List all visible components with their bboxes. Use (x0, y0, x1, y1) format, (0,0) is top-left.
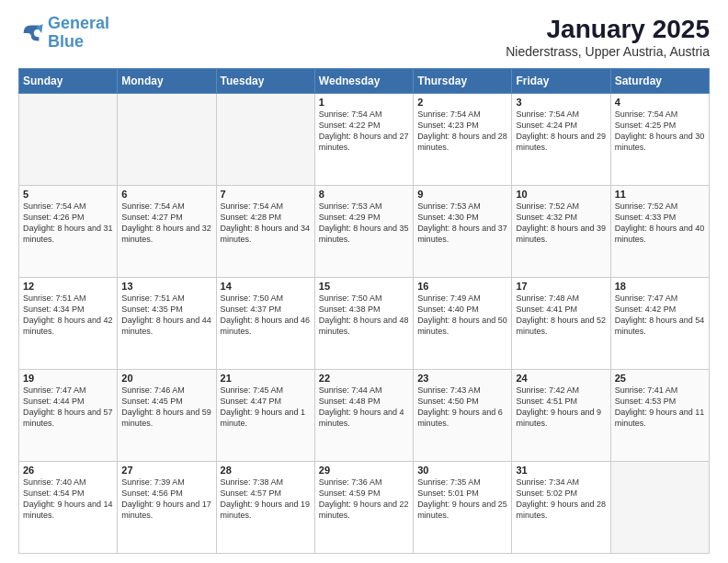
day-number: 4 (615, 97, 705, 108)
main-title: January 2025 (506, 15, 710, 44)
day-cell: 2Sunrise: 7:54 AM Sunset: 4:23 PM Daylig… (414, 94, 512, 186)
subtitle: Niederstrass, Upper Austria, Austria (506, 44, 710, 59)
day-cell: 17Sunrise: 7:48 AM Sunset: 4:41 PM Dayli… (512, 278, 610, 370)
header-wednesday: Wednesday (314, 69, 413, 94)
logo: General Blue (18, 15, 109, 52)
day-cell: 28Sunrise: 7:38 AM Sunset: 4:57 PM Dayli… (216, 462, 314, 554)
day-cell (118, 94, 216, 186)
day-info: Sunrise: 7:54 AM Sunset: 4:28 PM Dayligh… (221, 201, 311, 246)
logo-icon (18, 20, 44, 46)
day-number: 10 (516, 189, 606, 200)
day-info: Sunrise: 7:52 AM Sunset: 4:32 PM Dayligh… (516, 201, 606, 246)
day-info: Sunrise: 7:47 AM Sunset: 4:42 PM Dayligh… (615, 293, 705, 338)
day-cell: 15Sunrise: 7:50 AM Sunset: 4:38 PM Dayli… (314, 278, 413, 370)
week-row-4: 26Sunrise: 7:40 AM Sunset: 4:54 PM Dayli… (19, 462, 710, 554)
day-number: 20 (121, 373, 211, 384)
day-number: 22 (319, 373, 409, 384)
day-cell (216, 94, 314, 186)
day-cell: 16Sunrise: 7:49 AM Sunset: 4:40 PM Dayli… (414, 278, 512, 370)
day-info: Sunrise: 7:41 AM Sunset: 4:53 PM Dayligh… (615, 385, 705, 430)
day-info: Sunrise: 7:38 AM Sunset: 4:57 PM Dayligh… (221, 477, 311, 522)
day-info: Sunrise: 7:35 AM Sunset: 5:01 PM Dayligh… (417, 477, 507, 522)
day-number: 28 (221, 465, 311, 476)
day-info: Sunrise: 7:44 AM Sunset: 4:48 PM Dayligh… (319, 385, 409, 430)
header-saturday: Saturday (610, 69, 709, 94)
week-row-0: 1Sunrise: 7:54 AM Sunset: 4:22 PM Daylig… (19, 94, 710, 186)
day-cell: 5Sunrise: 7:54 AM Sunset: 4:26 PM Daylig… (19, 186, 118, 278)
title-block: January 2025 Niederstrass, Upper Austria… (506, 15, 710, 59)
day-cell: 25Sunrise: 7:41 AM Sunset: 4:53 PM Dayli… (610, 370, 709, 462)
day-number: 2 (417, 97, 507, 108)
day-number: 7 (221, 189, 311, 200)
day-cell: 21Sunrise: 7:45 AM Sunset: 4:47 PM Dayli… (216, 370, 314, 462)
day-cell: 10Sunrise: 7:52 AM Sunset: 4:32 PM Dayli… (512, 186, 610, 278)
day-info: Sunrise: 7:36 AM Sunset: 4:59 PM Dayligh… (319, 477, 409, 522)
day-number: 21 (221, 373, 311, 384)
day-info: Sunrise: 7:47 AM Sunset: 4:44 PM Dayligh… (23, 385, 113, 430)
day-number: 29 (319, 465, 409, 476)
header-monday: Monday (118, 69, 216, 94)
day-info: Sunrise: 7:48 AM Sunset: 4:41 PM Dayligh… (516, 293, 606, 338)
logo-line1: General (48, 15, 109, 33)
day-cell: 4Sunrise: 7:54 AM Sunset: 4:25 PM Daylig… (610, 94, 709, 186)
day-cell: 24Sunrise: 7:42 AM Sunset: 4:51 PM Dayli… (512, 370, 610, 462)
day-cell: 3Sunrise: 7:54 AM Sunset: 4:24 PM Daylig… (512, 94, 610, 186)
day-number: 27 (121, 465, 211, 476)
day-cell: 26Sunrise: 7:40 AM Sunset: 4:54 PM Dayli… (19, 462, 118, 554)
day-info: Sunrise: 7:50 AM Sunset: 4:37 PM Dayligh… (221, 293, 311, 338)
day-cell: 6Sunrise: 7:54 AM Sunset: 4:27 PM Daylig… (118, 186, 216, 278)
day-number: 14 (221, 281, 311, 292)
day-number: 5 (23, 189, 113, 200)
day-number: 15 (319, 281, 409, 292)
day-cell: 29Sunrise: 7:36 AM Sunset: 4:59 PM Dayli… (314, 462, 413, 554)
day-info: Sunrise: 7:34 AM Sunset: 5:02 PM Dayligh… (516, 477, 606, 522)
day-number: 18 (615, 281, 705, 292)
day-number: 31 (516, 465, 606, 476)
calendar-table: Sunday Monday Tuesday Wednesday Thursday… (18, 68, 710, 554)
calendar-header: Sunday Monday Tuesday Wednesday Thursday… (19, 69, 710, 94)
week-row-1: 5Sunrise: 7:54 AM Sunset: 4:26 PM Daylig… (19, 186, 710, 278)
day-info: Sunrise: 7:54 AM Sunset: 4:22 PM Dayligh… (319, 109, 409, 154)
day-cell: 18Sunrise: 7:47 AM Sunset: 4:42 PM Dayli… (610, 278, 709, 370)
day-cell: 12Sunrise: 7:51 AM Sunset: 4:34 PM Dayli… (19, 278, 118, 370)
day-number: 9 (417, 189, 507, 200)
day-number: 6 (121, 189, 211, 200)
day-info: Sunrise: 7:53 AM Sunset: 4:29 PM Dayligh… (319, 201, 409, 246)
logo-line2: Blue (48, 33, 109, 52)
day-cell: 27Sunrise: 7:39 AM Sunset: 4:56 PM Dayli… (118, 462, 216, 554)
day-info: Sunrise: 7:54 AM Sunset: 4:25 PM Dayligh… (615, 109, 705, 154)
day-cell: 23Sunrise: 7:43 AM Sunset: 4:50 PM Dayli… (414, 370, 512, 462)
day-cell: 7Sunrise: 7:54 AM Sunset: 4:28 PM Daylig… (216, 186, 314, 278)
day-number: 11 (615, 189, 705, 200)
day-cell: 20Sunrise: 7:46 AM Sunset: 4:45 PM Dayli… (118, 370, 216, 462)
day-cell (19, 94, 118, 186)
day-cell: 1Sunrise: 7:54 AM Sunset: 4:22 PM Daylig… (314, 94, 413, 186)
header-friday: Friday (512, 69, 610, 94)
day-number: 13 (121, 281, 211, 292)
header: General Blue January 2025 Niederstrass, … (18, 15, 710, 59)
header-sunday: Sunday (19, 69, 118, 94)
week-row-2: 12Sunrise: 7:51 AM Sunset: 4:34 PM Dayli… (19, 278, 710, 370)
day-info: Sunrise: 7:54 AM Sunset: 4:24 PM Dayligh… (516, 109, 606, 154)
day-cell: 8Sunrise: 7:53 AM Sunset: 4:29 PM Daylig… (314, 186, 413, 278)
day-number: 3 (516, 97, 606, 108)
day-cell: 31Sunrise: 7:34 AM Sunset: 5:02 PM Dayli… (512, 462, 610, 554)
day-info: Sunrise: 7:49 AM Sunset: 4:40 PM Dayligh… (417, 293, 507, 338)
day-info: Sunrise: 7:45 AM Sunset: 4:47 PM Dayligh… (221, 385, 311, 430)
day-number: 19 (23, 373, 113, 384)
day-info: Sunrise: 7:52 AM Sunset: 4:33 PM Dayligh… (615, 201, 705, 246)
day-info: Sunrise: 7:42 AM Sunset: 4:51 PM Dayligh… (516, 385, 606, 430)
day-cell: 19Sunrise: 7:47 AM Sunset: 4:44 PM Dayli… (19, 370, 118, 462)
week-row-3: 19Sunrise: 7:47 AM Sunset: 4:44 PM Dayli… (19, 370, 710, 462)
page: General Blue January 2025 Niederstrass, … (0, 0, 728, 563)
header-tuesday: Tuesday (216, 69, 314, 94)
day-number: 17 (516, 281, 606, 292)
day-info: Sunrise: 7:54 AM Sunset: 4:26 PM Dayligh… (23, 201, 113, 246)
day-number: 30 (417, 465, 507, 476)
day-info: Sunrise: 7:43 AM Sunset: 4:50 PM Dayligh… (417, 385, 507, 430)
day-number: 16 (417, 281, 507, 292)
header-thursday: Thursday (414, 69, 512, 94)
weekday-row: Sunday Monday Tuesday Wednesday Thursday… (19, 69, 710, 94)
day-number: 1 (319, 97, 409, 108)
calendar-body: 1Sunrise: 7:54 AM Sunset: 4:22 PM Daylig… (19, 94, 710, 554)
